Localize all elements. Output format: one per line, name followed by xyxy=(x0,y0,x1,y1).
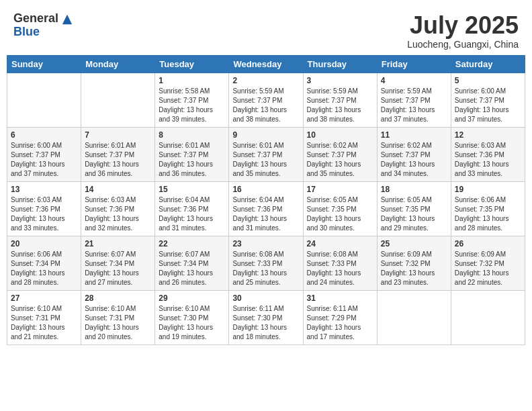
day-info: Sunrise: 6:01 AM Sunset: 7:37 PM Dayligh… xyxy=(159,141,225,179)
sunrise-label: Sunrise: 5:59 AM xyxy=(307,87,358,95)
sunrise-label: Sunrise: 6:06 AM xyxy=(11,250,62,258)
daylight-label: Daylight: 13 hours and 25 minutes. xyxy=(232,269,287,286)
day-info: Sunrise: 6:06 AM Sunset: 7:34 PM Dayligh… xyxy=(11,250,77,287)
day-number: 2 xyxy=(232,76,299,85)
sunset-label: Sunset: 7:34 PM xyxy=(159,260,208,267)
calendar-cell: 6 Sunrise: 6:00 AM Sunset: 7:37 PM Dayli… xyxy=(7,127,81,181)
sunset-label: Sunset: 7:35 PM xyxy=(455,205,504,213)
sunrise-label: Sunrise: 5:59 AM xyxy=(232,87,283,95)
day-number: 30 xyxy=(232,293,299,303)
day-number: 15 xyxy=(159,185,225,194)
sunrise-label: Sunrise: 6:03 AM xyxy=(455,142,506,149)
daylight-label: Daylight: 13 hours and 36 minutes. xyxy=(85,161,139,177)
day-info: Sunrise: 5:59 AM Sunset: 7:37 PM Dayligh… xyxy=(232,87,299,124)
sunset-label: Sunset: 7:37 PM xyxy=(307,97,357,104)
sunset-label: Sunset: 7:34 PM xyxy=(85,260,134,267)
day-of-week-header: Saturday xyxy=(451,55,525,73)
sunrise-label: Sunrise: 6:04 AM xyxy=(159,196,210,203)
sunrise-label: Sunrise: 6:00 AM xyxy=(455,87,506,95)
sunrise-label: Sunrise: 6:01 AM xyxy=(232,142,283,149)
day-info: Sunrise: 5:59 AM Sunset: 7:37 PM Dayligh… xyxy=(381,87,447,124)
day-number: 25 xyxy=(381,239,447,248)
calendar-cell: 3 Sunrise: 5:59 AM Sunset: 7:37 PM Dayli… xyxy=(303,73,377,127)
calendar-cell: 28 Sunrise: 6:10 AM Sunset: 7:31 PM Dayl… xyxy=(81,290,155,345)
calendar-cell: 23 Sunrise: 6:08 AM Sunset: 7:33 PM Dayl… xyxy=(229,236,303,290)
sunrise-label: Sunrise: 6:05 AM xyxy=(381,196,432,203)
sunset-label: Sunset: 7:30 PM xyxy=(159,314,208,322)
sunrise-label: Sunrise: 6:08 AM xyxy=(307,250,358,258)
calendar-cell: 17 Sunrise: 6:05 AM Sunset: 7:35 PM Dayl… xyxy=(303,181,377,236)
day-info: Sunrise: 6:06 AM Sunset: 7:35 PM Dayligh… xyxy=(455,195,521,233)
calendar-cell: 30 Sunrise: 6:11 AM Sunset: 7:30 PM Dayl… xyxy=(229,290,303,345)
sunset-label: Sunset: 7:35 PM xyxy=(307,205,357,213)
sunset-label: Sunset: 7:33 PM xyxy=(307,260,357,267)
daylight-label: Daylight: 13 hours and 35 minutes. xyxy=(232,161,287,177)
day-info: Sunrise: 6:00 AM Sunset: 7:37 PM Dayligh… xyxy=(455,87,521,124)
sunrise-label: Sunrise: 6:11 AM xyxy=(232,305,283,312)
month-title: July 2025 xyxy=(407,12,519,39)
day-of-week-header: Tuesday xyxy=(155,55,229,73)
day-info: Sunrise: 6:00 AM Sunset: 7:37 PM Dayligh… xyxy=(11,141,77,179)
sunrise-label: Sunrise: 6:00 AM xyxy=(11,142,62,149)
day-number: 31 xyxy=(307,293,373,303)
sunset-label: Sunset: 7:31 PM xyxy=(85,314,134,322)
day-number: 11 xyxy=(381,130,447,140)
sunrise-label: Sunrise: 6:01 AM xyxy=(159,142,210,149)
calendar-cell: 18 Sunrise: 6:05 AM Sunset: 7:35 PM Dayl… xyxy=(377,181,451,236)
day-info: Sunrise: 6:03 AM Sunset: 7:36 PM Dayligh… xyxy=(85,195,151,233)
calendar-header: SundayMondayTuesdayWednesdayThursdayFrid… xyxy=(7,55,525,73)
day-number: 13 xyxy=(11,185,77,194)
day-number: 5 xyxy=(455,76,521,85)
day-info: Sunrise: 6:05 AM Sunset: 7:35 PM Dayligh… xyxy=(307,195,373,233)
calendar-cell: 24 Sunrise: 6:08 AM Sunset: 7:33 PM Dayl… xyxy=(303,236,377,290)
svg-marker-0 xyxy=(62,15,72,24)
day-info: Sunrise: 6:03 AM Sunset: 7:36 PM Dayligh… xyxy=(455,141,521,179)
sunrise-label: Sunrise: 6:01 AM xyxy=(85,142,136,149)
day-number: 3 xyxy=(307,76,373,85)
sunrise-label: Sunrise: 6:07 AM xyxy=(159,250,210,258)
calendar-week-row: 27 Sunrise: 6:10 AM Sunset: 7:31 PM Dayl… xyxy=(7,290,525,345)
day-number: 12 xyxy=(455,130,521,140)
sunrise-label: Sunrise: 6:02 AM xyxy=(307,142,358,149)
day-number: 23 xyxy=(232,239,299,248)
day-number: 26 xyxy=(455,239,521,248)
calendar-cell: 15 Sunrise: 6:04 AM Sunset: 7:36 PM Dayl… xyxy=(155,181,229,236)
sunset-label: Sunset: 7:36 PM xyxy=(11,205,60,213)
daylight-label: Daylight: 13 hours and 33 minutes. xyxy=(455,161,509,177)
calendar-cell: 5 Sunrise: 6:00 AM Sunset: 7:37 PM Dayli… xyxy=(451,73,525,127)
daylight-label: Daylight: 13 hours and 23 minutes. xyxy=(381,269,435,286)
day-info: Sunrise: 6:02 AM Sunset: 7:37 PM Dayligh… xyxy=(381,141,447,179)
day-info: Sunrise: 6:10 AM Sunset: 7:31 PM Dayligh… xyxy=(85,304,151,342)
daylight-label: Daylight: 13 hours and 29 minutes. xyxy=(381,215,435,232)
day-info: Sunrise: 5:59 AM Sunset: 7:37 PM Dayligh… xyxy=(307,87,373,124)
daylight-label: Daylight: 13 hours and 18 minutes. xyxy=(232,324,287,340)
calendar-cell: 25 Sunrise: 6:09 AM Sunset: 7:32 PM Dayl… xyxy=(377,236,451,290)
sunset-label: Sunset: 7:30 PM xyxy=(232,314,282,322)
sunset-label: Sunset: 7:37 PM xyxy=(381,97,431,104)
daylight-label: Daylight: 13 hours and 34 minutes. xyxy=(381,161,435,177)
calendar-cell: 13 Sunrise: 6:03 AM Sunset: 7:36 PM Dayl… xyxy=(7,181,81,236)
sunrise-label: Sunrise: 6:10 AM xyxy=(85,305,136,312)
sunset-label: Sunset: 7:36 PM xyxy=(232,205,282,213)
day-number: 20 xyxy=(11,239,77,248)
day-number: 21 xyxy=(85,239,151,248)
sunrise-label: Sunrise: 6:07 AM xyxy=(85,250,136,258)
sunset-label: Sunset: 7:37 PM xyxy=(381,151,431,158)
day-number: 17 xyxy=(307,185,373,194)
day-info: Sunrise: 5:58 AM Sunset: 7:37 PM Dayligh… xyxy=(159,87,225,124)
sunset-label: Sunset: 7:37 PM xyxy=(232,151,282,158)
calendar-cell: 7 Sunrise: 6:01 AM Sunset: 7:37 PM Dayli… xyxy=(81,127,155,181)
day-of-week-header: Wednesday xyxy=(229,55,303,73)
daylight-label: Daylight: 13 hours and 22 minutes. xyxy=(455,269,509,286)
daylight-label: Daylight: 13 hours and 38 minutes. xyxy=(232,106,287,123)
day-number: 10 xyxy=(307,130,373,140)
sunset-label: Sunset: 7:33 PM xyxy=(232,260,282,267)
sunrise-label: Sunrise: 6:10 AM xyxy=(159,305,210,312)
sunset-label: Sunset: 7:32 PM xyxy=(381,260,431,267)
sunset-label: Sunset: 7:36 PM xyxy=(85,205,134,213)
logo: General Blue xyxy=(13,12,73,39)
day-info: Sunrise: 6:03 AM Sunset: 7:36 PM Dayligh… xyxy=(11,195,77,233)
sunset-label: Sunset: 7:36 PM xyxy=(159,205,208,213)
daylight-label: Daylight: 13 hours and 39 minutes. xyxy=(159,106,213,123)
day-info: Sunrise: 6:01 AM Sunset: 7:37 PM Dayligh… xyxy=(85,141,151,179)
